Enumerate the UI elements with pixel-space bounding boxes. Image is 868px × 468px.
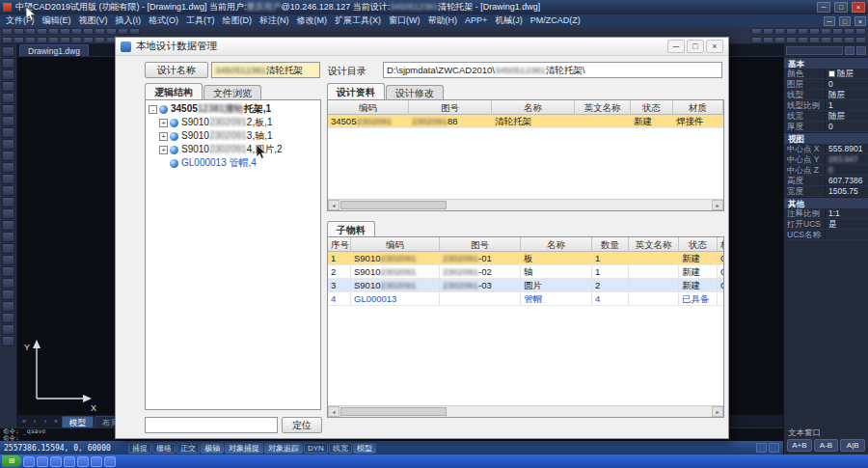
column-header[interactable]: 名称 xyxy=(492,100,575,114)
player-icon[interactable] xyxy=(104,456,116,467)
expander-icon[interactable]: + xyxy=(159,119,168,127)
hatch-icon[interactable] xyxy=(95,37,105,43)
properties-icon[interactable] xyxy=(832,28,843,35)
expander-icon[interactable]: + xyxy=(159,132,168,141)
print-icon[interactable] xyxy=(37,28,47,35)
table-row[interactable]: 4GL000013管帽4已具备 xyxy=(328,292,723,306)
column-header[interactable]: 状态 xyxy=(679,237,718,251)
insert-icon[interactable] xyxy=(2,208,14,219)
structure-tab-1[interactable]: 文件浏览 xyxy=(203,85,261,99)
detail-tab-1[interactable]: 设计修改 xyxy=(386,85,444,99)
column-header[interactable]: 编码 xyxy=(328,100,409,114)
arc-icon[interactable] xyxy=(37,37,47,43)
property-value[interactable]: 1:1 xyxy=(825,208,868,218)
tree-item[interactable]: -3450512381清轮托架,1 xyxy=(146,102,320,116)
table-row[interactable]: 2S901023020912302091-02轴1新建Q xyxy=(328,265,723,279)
layout-nav-0-icon[interactable]: « xyxy=(19,416,29,427)
zoom-in-icon[interactable] xyxy=(751,28,762,35)
hatch-icon[interactable] xyxy=(2,185,14,196)
merge-button-1[interactable]: A-B xyxy=(814,439,839,452)
pdm-icon[interactable] xyxy=(64,456,75,467)
save-icon[interactable] xyxy=(25,28,36,35)
status-toggle-0[interactable]: 捕捉 xyxy=(128,443,151,454)
quick-select-icon[interactable] xyxy=(845,46,854,55)
paste-icon[interactable] xyxy=(95,28,105,35)
mirror-icon[interactable] xyxy=(2,278,14,289)
property-value[interactable]: 555.8901 xyxy=(825,144,868,153)
object-type-dropdown[interactable] xyxy=(786,46,843,55)
mdi-minimize-button[interactable]: ─ xyxy=(824,16,835,26)
design-name-input[interactable]: 3450512381清轮托架 xyxy=(211,62,320,78)
tree-item[interactable]: +S901023020912,板,1 xyxy=(146,116,320,129)
pick-object-icon[interactable] xyxy=(856,46,866,55)
status-toggle-8[interactable]: 模型 xyxy=(353,443,376,454)
column-header[interactable]: 英文名称 xyxy=(629,237,679,251)
status-toggle-5[interactable]: 对象追踪 xyxy=(264,443,303,454)
scroll-track[interactable] xyxy=(339,200,712,210)
rotate-icon[interactable] xyxy=(774,37,785,43)
mail-icon[interactable] xyxy=(91,456,102,467)
find-icon[interactable] xyxy=(60,28,70,35)
pan-icon[interactable] xyxy=(786,28,797,35)
property-section-header-0[interactable]: 基本 xyxy=(784,57,868,69)
new-icon[interactable] xyxy=(2,28,13,35)
status-toggle-3[interactable]: 极轴 xyxy=(201,443,224,454)
column-header[interactable]: 序号 xyxy=(328,237,351,251)
column-header[interactable]: 图号 xyxy=(440,237,521,251)
menu-item-2[interactable]: 视图(V) xyxy=(75,14,112,27)
property-value[interactable]: 1505.75 xyxy=(825,186,868,196)
horizontal-scrollbar[interactable]: ◂▸ xyxy=(328,405,723,417)
toolbox-icon[interactable] xyxy=(844,28,854,35)
block-icon[interactable] xyxy=(2,197,14,207)
menu-item-3[interactable]: 插入(I) xyxy=(112,14,146,27)
table-row[interactable]: 1S901023020912302091-01板1新建Q xyxy=(328,252,723,265)
expander-icon[interactable]: - xyxy=(149,105,157,114)
menu-item-10[interactable]: 窗口(W) xyxy=(385,14,424,27)
open-icon[interactable] xyxy=(14,28,24,35)
document-tab[interactable]: Drawing1.dwg xyxy=(19,44,89,56)
column-header[interactable]: 英文名称 xyxy=(575,100,631,114)
property-value[interactable]: 随层 xyxy=(825,90,868,99)
menu-item-5[interactable]: 工具(T) xyxy=(182,14,219,27)
menu-item-12[interactable]: APP+ xyxy=(461,14,491,27)
sub-material-tab[interactable]: 子物料 xyxy=(327,221,375,237)
table-row[interactable]: 345052302091230209188清轮托架新建焊接件 xyxy=(328,115,723,128)
copy-icon[interactable] xyxy=(83,28,94,35)
start-button[interactable]: ⊞ xyxy=(2,455,21,467)
layout-nav-3-icon[interactable]: » xyxy=(51,416,61,427)
pan-icon[interactable] xyxy=(2,69,14,80)
select-icon[interactable] xyxy=(2,46,14,57)
horizontal-scrollbar[interactable]: ◂▸ xyxy=(328,199,723,210)
scroll-right-icon[interactable]: ▸ xyxy=(712,406,723,417)
mdi-close-button[interactable]: × xyxy=(854,16,866,26)
layer-manager-icon[interactable] xyxy=(821,28,831,35)
rotate-icon[interactable] xyxy=(2,266,14,277)
design-dir-input[interactable]: D:\sjpmdata\ZWCAD2010\3450512381清轮托架\ xyxy=(383,62,722,78)
column-header[interactable]: 图号 xyxy=(409,100,492,114)
erase-icon[interactable] xyxy=(855,37,866,43)
point-icon[interactable] xyxy=(2,162,14,173)
trim-icon[interactable] xyxy=(821,37,831,43)
ellipse-icon[interactable] xyxy=(2,139,14,150)
polyline-icon[interactable] xyxy=(14,37,24,43)
tree-item[interactable]: +S901023020913,轴,1 xyxy=(146,129,320,143)
offset-icon[interactable] xyxy=(2,289,14,300)
status-toggle-6[interactable]: DYN xyxy=(304,443,328,454)
detail-tab-0[interactable]: 设计资料 xyxy=(327,83,385,99)
fillet-icon[interactable] xyxy=(844,37,854,43)
expander-icon[interactable]: + xyxy=(159,146,168,154)
undo-icon[interactable] xyxy=(118,28,128,35)
spline-icon[interactable] xyxy=(2,151,14,161)
move-icon[interactable] xyxy=(751,37,762,43)
menu-item-14[interactable]: PM/ZCAD(Z) xyxy=(527,14,584,27)
array-icon[interactable] xyxy=(2,301,14,312)
point-icon[interactable] xyxy=(83,37,94,43)
zoom-out-icon[interactable] xyxy=(763,28,773,35)
status-toggle-2[interactable]: 正交 xyxy=(176,443,200,454)
rectangle-icon[interactable] xyxy=(2,127,14,138)
status-toggle-4[interactable]: 对象捕捉 xyxy=(225,443,263,454)
offset-icon[interactable] xyxy=(798,37,808,43)
window-maximize-button[interactable]: □ xyxy=(834,2,848,13)
explorer-icon[interactable] xyxy=(37,456,48,467)
ellipse-icon[interactable] xyxy=(60,37,70,43)
